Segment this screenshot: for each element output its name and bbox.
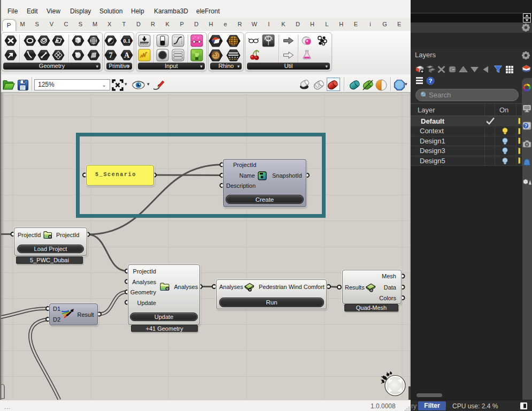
svg-text:?: ?	[428, 78, 432, 84]
svg-text:?: ?	[525, 123, 528, 128]
svg-text:A: A	[124, 51, 130, 59]
svg-text:7: 7	[109, 51, 113, 59]
svg-text:0.1: 0.1	[124, 37, 131, 44]
